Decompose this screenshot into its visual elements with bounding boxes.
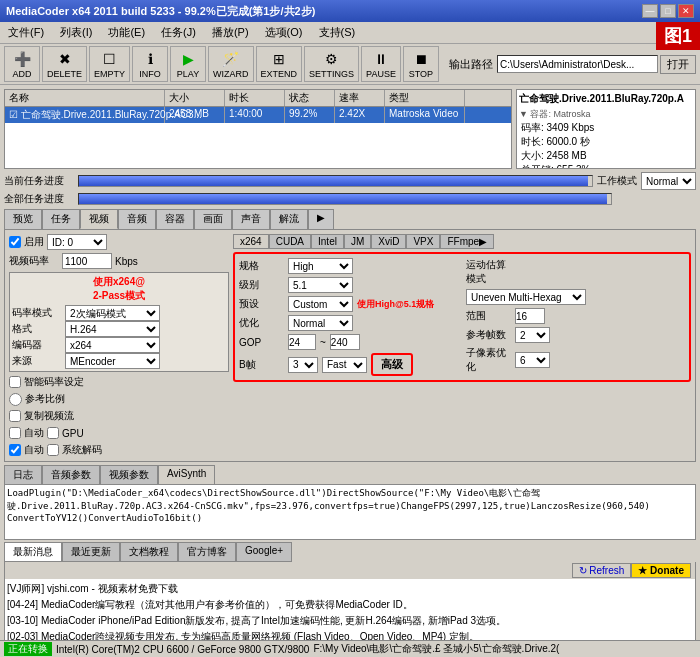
play-button[interactable]: ▶ PLAY [170,46,206,82]
tab-avisynth[interactable]: AviSynth [158,465,215,484]
tab-demux[interactable]: 解流 [270,209,308,229]
output-path-input[interactable] [497,55,658,73]
col-type: 类型 [385,90,465,106]
encoder-select[interactable]: x264 [65,337,160,353]
tab-blog[interactable]: 官方博客 [178,542,236,562]
advanced-button[interactable]: 高级 [371,353,413,376]
tab-docs[interactable]: 文档教程 [120,542,178,562]
refframes-select[interactable]: 2 [515,327,550,343]
maximize-button[interactable]: □ [660,4,676,18]
level-label: 级别 [239,278,284,292]
tab-preview[interactable]: 预览 [4,209,42,229]
range-input[interactable] [515,308,545,324]
menu-support[interactable]: 支持(S) [315,24,360,41]
enable-checkbox[interactable] [9,236,21,248]
add-button[interactable]: ➕ ADD [4,46,40,82]
open-button[interactable]: 打开 [660,55,696,74]
progress-section: 当前任务进度 工作模式 Normal Fast 全部任务进度 [4,172,696,206]
file-duration: 1:40:00 [225,107,285,123]
gpu-checkbox[interactable] [47,427,59,439]
bitrate-mode-select[interactable]: 2次编码模式 [65,305,160,321]
menu-options[interactable]: 选项(O) [261,24,307,41]
tab-audio[interactable]: 音频 [118,209,156,229]
tab-googleplus[interactable]: Google+ [236,542,292,562]
menu-play[interactable]: 播放(P) [208,24,253,41]
col-speed: 速率 [335,90,385,106]
preset-select[interactable]: Custom Fast [288,296,353,312]
auto2-checkbox[interactable] [9,444,21,456]
delete-button[interactable]: ✖ DELETE [42,46,87,82]
status-path: F:\My Video\电影\亡命驾驶.£ 圣城小5\亡命驾驶.Drive.2( [313,642,559,656]
stop-button[interactable]: ⏹ STOP [403,46,439,82]
tab-updates[interactable]: 最近更新 [62,542,120,562]
tab-jm[interactable]: JM [344,234,371,249]
bitrate-input[interactable] [62,253,112,269]
encoder-label: 编码器 [12,338,62,352]
tab-log[interactable]: 日志 [4,465,42,484]
tab-intel[interactable]: Intel [311,234,344,249]
format-select[interactable]: H.264 [65,321,160,337]
col-duration: 时长 [225,90,285,106]
workmode-select[interactable]: Normal Fast [641,172,696,190]
tab-xvid[interactable]: XviD [371,234,406,249]
tab-x264[interactable]: x264 [233,234,269,249]
level-select[interactable]: 5.1 4.1 3.1 [288,277,353,293]
close-button[interactable]: ✕ [678,4,694,18]
optimize-select[interactable]: Normal [288,315,353,331]
tab-task[interactable]: 任务 [42,209,80,229]
auto-checkbox[interactable] [9,427,21,439]
menu-task[interactable]: 任务(J) [157,24,200,41]
file-name: ☑ 亡命驾驶.Drive.2011.BluRay.720p.AC3... [5,107,165,123]
menu-file[interactable]: 文件(F) [4,24,48,41]
tab-video[interactable]: 视频 [80,209,118,229]
minimize-button[interactable]: — [642,4,658,18]
tab-sound[interactable]: 声音 [232,209,270,229]
source-select[interactable]: MEncoder [65,353,160,369]
tab-audio-params[interactable]: 音频参数 [42,465,100,484]
donate-button[interactable]: ★ Donate [631,563,691,578]
auto2-label: 自动 [24,443,44,457]
smart-bitrate-checkbox[interactable] [9,376,21,388]
bframe-select[interactable]: 3 [288,357,318,373]
tab-ffmpe[interactable]: FFmpe▶ [440,234,494,249]
tab-video-params[interactable]: 视频参数 [100,465,158,484]
codec-area: 启用 ID: 0 视频码率 Kbps 使用x264@2-Pass模式 码率模 [4,230,696,462]
copy-video-checkbox[interactable] [9,410,21,422]
menu-function[interactable]: 功能(E) [104,24,149,41]
tab-cuda[interactable]: CUDA [269,234,311,249]
current-progress-bar [79,176,588,186]
tab-more[interactable]: ▶ [308,209,334,229]
tab-container[interactable]: 容器 [156,209,194,229]
copy-video-row: 复制视频流 [9,409,229,423]
settings-button[interactable]: ⚙ SETTINGS [304,46,359,82]
bframe-mode-select[interactable]: Fast [322,357,367,373]
sys-decode-checkbox[interactable] [47,444,59,456]
gop-max-input[interactable] [330,334,360,350]
tab-picture[interactable]: 画面 [194,209,232,229]
tab-vpx[interactable]: VPX [406,234,440,249]
info-button[interactable]: ℹ INFO [132,46,168,82]
motion-select[interactable]: Uneven Multi-Hexag [466,289,586,305]
id-select[interactable]: ID: 0 [47,234,107,250]
window-controls[interactable]: — □ ✕ [642,4,694,18]
empty-button[interactable]: ☐ EMPTY [89,46,130,82]
col-size: 大小 [165,90,225,106]
gop-min-input[interactable] [288,334,316,350]
preset-row: 预设 Custom Fast 使用High@5.1规格 [239,296,458,312]
properties-panel: 亡命驾驶.Drive.2011.BluRay.720p.A ▼ 容器: Matr… [516,89,696,169]
refresh-button[interactable]: ↻ Refresh [572,563,632,578]
all-progress-bar [79,194,607,204]
subpixel-select[interactable]: 6 [515,352,550,368]
table-row[interactable]: ☑ 亡命驾驶.Drive.2011.BluRay.720p.AC3... 245… [5,107,511,123]
reference-radio[interactable] [9,393,22,406]
menu-list[interactable]: 列表(I) [56,24,96,41]
extend-button[interactable]: ⊞ EXTEND [256,46,303,82]
pause-button[interactable]: ⏸ PAUSE [361,46,401,82]
wizard-button[interactable]: 🪄 WIZARD [208,46,254,82]
optimize-label: 优化 [239,316,284,330]
pause-icon: ⏸ [369,49,393,69]
settings-icon: ⚙ [320,49,344,69]
codec-section: 预览 任务 视频 音频 容器 画面 声音 解流 ▶ 启用 ID: 0 [4,209,696,462]
spec-select[interactable]: High Main Baseline [288,258,353,274]
tab-news[interactable]: 最新消息 [4,542,62,562]
